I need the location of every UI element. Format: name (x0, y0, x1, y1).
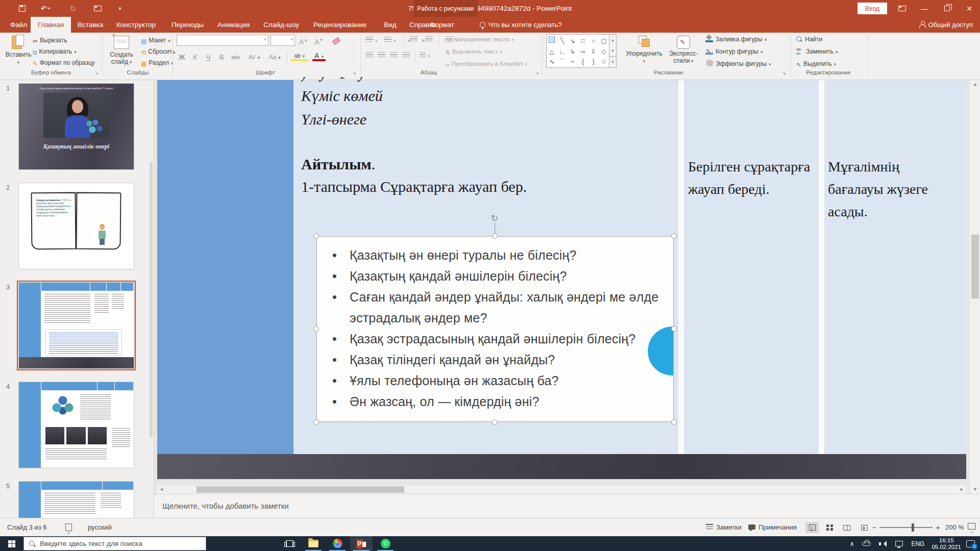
shrink-font-button[interactable]: A▼ (314, 35, 323, 46)
scroll-right-arrow[interactable]: ► (958, 485, 966, 494)
slide-thumbnail-3-selected[interactable] (18, 282, 134, 369)
shapes-gallery[interactable]: A ╲ ↘ □ ○ ▢ △ ∟ ↳ ⇨ ⇩ ◇ ∿ ⌒ ∼ { } ☆ (546, 34, 609, 68)
scroll-up-arrow[interactable]: ▲ (970, 80, 980, 89)
tab-review[interactable]: Рецензирование (306, 17, 374, 33)
line-shape-icon[interactable]: ╲ (557, 35, 567, 47)
down-arrow-shape-icon[interactable]: ⇩ (588, 47, 598, 56)
numbering-button[interactable] (384, 35, 396, 46)
ellipse-shape-icon[interactable]: ○ (588, 35, 598, 47)
minimize-button[interactable]: — (914, 0, 935, 17)
gallery-down-icon[interactable]: ▾ (609, 45, 616, 56)
start-button[interactable] (0, 536, 23, 551)
horizontal-scroll-thumb[interactable] (197, 486, 404, 493)
tab-home[interactable]: Главная (31, 17, 71, 33)
slide-column-2-text[interactable]: Берілген сұрақтарға жауап береді. (688, 156, 816, 201)
elbow-arrow-shape-icon[interactable]: ↳ (568, 47, 578, 56)
text-highlight-button[interactable]: ab (291, 51, 308, 61)
tab-transitions[interactable]: Переходы (164, 17, 211, 33)
gallery-up-icon[interactable]: ▴ (609, 35, 616, 45)
select-button[interactable]: ↖Выделить (796, 58, 836, 69)
slide-sorter-view-button[interactable] (823, 522, 836, 533)
copy-button[interactable]: ⧉Копировать (33, 46, 77, 57)
horizontal-scrollbar[interactable]: ◄ ► (157, 485, 966, 494)
shape-outline-button[interactable]: Контур фигуры (705, 46, 763, 57)
char-spacing-button[interactable]: AV (246, 51, 263, 63)
resize-handle-nw[interactable] (313, 233, 319, 239)
paste-button[interactable]: Вставить▾ (4, 34, 33, 69)
tab-format[interactable]: Формат (423, 17, 461, 33)
find-button[interactable]: Найти (796, 34, 822, 45)
slide-text-line[interactable]: Үлгі-өнеге (301, 111, 366, 128)
reading-view-button[interactable] (840, 522, 853, 533)
normal-view-button[interactable] (805, 522, 819, 533)
slide-thumbnail-5[interactable] (18, 481, 134, 518)
resize-handle-se[interactable] (671, 419, 677, 425)
panel-scrollbar[interactable] (150, 162, 153, 437)
language-switcher[interactable]: ENG (911, 540, 924, 547)
underline-button[interactable]: Ч (202, 51, 215, 63)
close-button[interactable]: ✕ (959, 0, 980, 17)
share-button[interactable]: Общий доступ (919, 17, 973, 33)
scroll-left-arrow[interactable]: ◄ (157, 485, 166, 494)
shadow-button[interactable]: S (215, 51, 228, 63)
task-view-button[interactable] (278, 536, 301, 551)
resize-handle-n[interactable] (492, 233, 498, 239)
resize-handle-e[interactable] (671, 326, 677, 332)
whatsapp-button[interactable]: ✆ (374, 536, 397, 551)
chrome-button[interactable] (326, 536, 349, 551)
zoom-slider-track[interactable] (879, 527, 933, 528)
slide-thumbnail-2[interactable]: Сабақтың мақсаты: 7.2.5.1 – диалогке қат… (18, 183, 134, 269)
right-arrow-shape-icon[interactable]: ⇨ (578, 47, 588, 56)
tab-animations[interactable]: Анимация (210, 17, 257, 33)
textbox-shape-icon[interactable]: A (549, 37, 555, 43)
align-left-button[interactable] (365, 50, 373, 61)
resize-handle-sw[interactable] (313, 419, 319, 425)
tab-file[interactable]: Файл (3, 17, 34, 33)
arrange-button[interactable]: Упорядочить▾ (624, 34, 665, 69)
notes-pane[interactable]: Щелкните, чтобы добавить заметки (154, 494, 980, 518)
notification-center-button[interactable]: 2 (966, 540, 975, 547)
strikethrough-button[interactable]: abc (228, 51, 243, 63)
star-shape-icon[interactable]: ☆ (599, 57, 609, 67)
resize-handle-w[interactable] (313, 326, 319, 332)
shapes-gallery-scroll[interactable]: ▴ ▾ ▾ (609, 34, 617, 68)
tab-slideshow[interactable]: Слайд-шоу (256, 17, 306, 33)
slide-indicator[interactable]: Слайд 3 из 6 (7, 518, 47, 537)
spellcheck-button[interactable] (65, 518, 72, 537)
layout-button[interactable]: ▤Макет (141, 35, 170, 46)
elbow-shape-icon[interactable]: ∟ (557, 47, 567, 56)
zoom-in-button[interactable]: + (936, 518, 940, 537)
font-color-button[interactable]: А (312, 51, 326, 61)
notes-toggle[interactable]: Заметки (706, 518, 742, 537)
quick-styles-button[interactable]: Экспресс- стили ▾ (667, 34, 700, 69)
volume-icon[interactable] (879, 541, 887, 547)
italic-button[interactable]: К (188, 51, 202, 63)
decrease-indent-button[interactable]: ◂ (407, 35, 418, 46)
bullets-button[interactable] (365, 35, 378, 46)
restore-button[interactable] (936, 0, 958, 17)
scribble-shape-icon[interactable]: ∿ (547, 57, 557, 67)
vertical-scroll-thumb[interactable] (971, 235, 979, 298)
right-brace-shape-icon[interactable]: } (588, 57, 598, 67)
zoom-level[interactable]: 200 % (945, 518, 964, 537)
curve-shape-icon[interactable]: ∼ (568, 57, 578, 67)
clock[interactable]: 16:15 05.02.2021 (932, 537, 961, 550)
clipboard-dialog-launcher[interactable]: ↘ (94, 70, 99, 76)
powerpoint-button[interactable]: P (350, 536, 373, 551)
section-button[interactable]: ▦Раздел (141, 57, 174, 68)
resize-handle-ne[interactable] (671, 233, 677, 239)
cut-button[interactable]: ✂Вырезать (33, 35, 67, 46)
paragraph-dialog-launcher[interactable]: ↘ (535, 70, 539, 76)
increase-indent-button[interactable]: ▸ (423, 35, 433, 46)
grow-font-button[interactable]: A▲ (299, 35, 308, 46)
new-slide-button[interactable]: Создать слайд ▾ (106, 34, 137, 69)
clear-formatting-button[interactable] (333, 36, 340, 47)
align-center-button[interactable] (378, 50, 385, 61)
onedrive-icon[interactable] (862, 542, 871, 546)
font-dialog-launcher[interactable]: ↘ (352, 70, 356, 76)
slide-thumbnail-4[interactable] (18, 382, 134, 468)
triangle-shape-icon[interactable]: △ (547, 47, 557, 56)
smartart-button[interactable]: ▱Преобразовать в SmartArt (445, 58, 527, 69)
callout-shape-icon[interactable]: ◇ (599, 47, 609, 56)
questions-list-image[interactable]: Қазақтың ән өнері туралы не білесің? Қаз… (316, 236, 674, 422)
